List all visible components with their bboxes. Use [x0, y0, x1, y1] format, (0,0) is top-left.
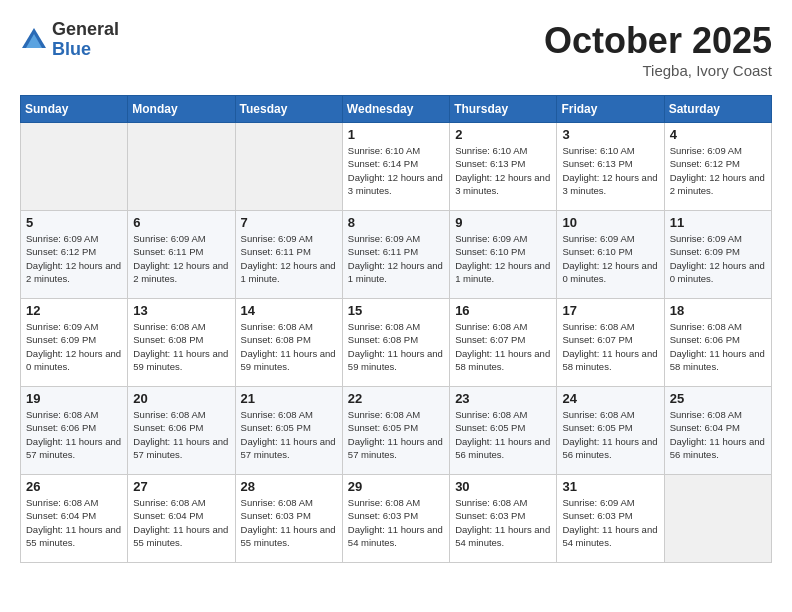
calendar-cell: 3Sunrise: 6:10 AM Sunset: 6:13 PM Daylig… [557, 123, 664, 211]
day-number: 26 [26, 479, 122, 494]
column-header-tuesday: Tuesday [235, 96, 342, 123]
calendar-cell: 18Sunrise: 6:08 AM Sunset: 6:06 PM Dayli… [664, 299, 771, 387]
day-number: 20 [133, 391, 229, 406]
calendar-cell [664, 475, 771, 563]
calendar-cell: 28Sunrise: 6:08 AM Sunset: 6:03 PM Dayli… [235, 475, 342, 563]
day-info: Sunrise: 6:08 AM Sunset: 6:07 PM Dayligh… [562, 320, 658, 373]
calendar-cell: 8Sunrise: 6:09 AM Sunset: 6:11 PM Daylig… [342, 211, 449, 299]
day-number: 11 [670, 215, 766, 230]
column-header-monday: Monday [128, 96, 235, 123]
day-number: 5 [26, 215, 122, 230]
day-info: Sunrise: 6:08 AM Sunset: 6:03 PM Dayligh… [455, 496, 551, 549]
calendar-week-row: 19Sunrise: 6:08 AM Sunset: 6:06 PM Dayli… [21, 387, 772, 475]
day-number: 6 [133, 215, 229, 230]
calendar-cell: 27Sunrise: 6:08 AM Sunset: 6:04 PM Dayli… [128, 475, 235, 563]
calendar-cell: 13Sunrise: 6:08 AM Sunset: 6:08 PM Dayli… [128, 299, 235, 387]
calendar-cell: 25Sunrise: 6:08 AM Sunset: 6:04 PM Dayli… [664, 387, 771, 475]
day-number: 31 [562, 479, 658, 494]
day-number: 12 [26, 303, 122, 318]
logo-blue-text: Blue [52, 40, 119, 60]
calendar-cell: 11Sunrise: 6:09 AM Sunset: 6:09 PM Dayli… [664, 211, 771, 299]
calendar-cell: 2Sunrise: 6:10 AM Sunset: 6:13 PM Daylig… [450, 123, 557, 211]
calendar-cell [21, 123, 128, 211]
calendar-cell: 26Sunrise: 6:08 AM Sunset: 6:04 PM Dayli… [21, 475, 128, 563]
logo: General Blue [20, 20, 119, 60]
day-number: 3 [562, 127, 658, 142]
day-info: Sunrise: 6:09 AM Sunset: 6:11 PM Dayligh… [241, 232, 337, 285]
day-info: Sunrise: 6:08 AM Sunset: 6:04 PM Dayligh… [26, 496, 122, 549]
day-info: Sunrise: 6:09 AM Sunset: 6:12 PM Dayligh… [670, 144, 766, 197]
day-number: 14 [241, 303, 337, 318]
calendar-week-row: 1Sunrise: 6:10 AM Sunset: 6:14 PM Daylig… [21, 123, 772, 211]
day-number: 29 [348, 479, 444, 494]
day-number: 24 [562, 391, 658, 406]
day-number: 27 [133, 479, 229, 494]
day-number: 9 [455, 215, 551, 230]
calendar-header-row: SundayMondayTuesdayWednesdayThursdayFrid… [21, 96, 772, 123]
day-number: 30 [455, 479, 551, 494]
calendar-cell: 9Sunrise: 6:09 AM Sunset: 6:10 PM Daylig… [450, 211, 557, 299]
calendar-cell: 22Sunrise: 6:08 AM Sunset: 6:05 PM Dayli… [342, 387, 449, 475]
day-info: Sunrise: 6:09 AM Sunset: 6:09 PM Dayligh… [26, 320, 122, 373]
day-info: Sunrise: 6:08 AM Sunset: 6:08 PM Dayligh… [133, 320, 229, 373]
day-number: 8 [348, 215, 444, 230]
month-title: October 2025 [544, 20, 772, 62]
day-number: 25 [670, 391, 766, 406]
day-number: 28 [241, 479, 337, 494]
column-header-thursday: Thursday [450, 96, 557, 123]
calendar-cell: 30Sunrise: 6:08 AM Sunset: 6:03 PM Dayli… [450, 475, 557, 563]
calendar-cell: 14Sunrise: 6:08 AM Sunset: 6:08 PM Dayli… [235, 299, 342, 387]
column-header-wednesday: Wednesday [342, 96, 449, 123]
day-info: Sunrise: 6:08 AM Sunset: 6:03 PM Dayligh… [241, 496, 337, 549]
calendar-cell: 20Sunrise: 6:08 AM Sunset: 6:06 PM Dayli… [128, 387, 235, 475]
calendar-cell: 31Sunrise: 6:09 AM Sunset: 6:03 PM Dayli… [557, 475, 664, 563]
logo-icon [20, 26, 48, 54]
day-info: Sunrise: 6:08 AM Sunset: 6:04 PM Dayligh… [133, 496, 229, 549]
column-header-friday: Friday [557, 96, 664, 123]
day-info: Sunrise: 6:08 AM Sunset: 6:06 PM Dayligh… [26, 408, 122, 461]
calendar-cell: 19Sunrise: 6:08 AM Sunset: 6:06 PM Dayli… [21, 387, 128, 475]
day-info: Sunrise: 6:08 AM Sunset: 6:04 PM Dayligh… [670, 408, 766, 461]
day-info: Sunrise: 6:08 AM Sunset: 6:06 PM Dayligh… [133, 408, 229, 461]
day-info: Sunrise: 6:09 AM Sunset: 6:11 PM Dayligh… [133, 232, 229, 285]
day-info: Sunrise: 6:10 AM Sunset: 6:14 PM Dayligh… [348, 144, 444, 197]
day-number: 19 [26, 391, 122, 406]
day-number: 23 [455, 391, 551, 406]
day-info: Sunrise: 6:08 AM Sunset: 6:08 PM Dayligh… [241, 320, 337, 373]
day-number: 4 [670, 127, 766, 142]
page-header: General Blue October 2025 Tiegba, Ivory … [20, 20, 772, 79]
calendar-cell: 29Sunrise: 6:08 AM Sunset: 6:03 PM Dayli… [342, 475, 449, 563]
day-info: Sunrise: 6:08 AM Sunset: 6:05 PM Dayligh… [455, 408, 551, 461]
day-number: 15 [348, 303, 444, 318]
day-info: Sunrise: 6:09 AM Sunset: 6:03 PM Dayligh… [562, 496, 658, 549]
day-number: 10 [562, 215, 658, 230]
day-info: Sunrise: 6:08 AM Sunset: 6:06 PM Dayligh… [670, 320, 766, 373]
day-info: Sunrise: 6:08 AM Sunset: 6:03 PM Dayligh… [348, 496, 444, 549]
calendar-cell: 4Sunrise: 6:09 AM Sunset: 6:12 PM Daylig… [664, 123, 771, 211]
day-number: 2 [455, 127, 551, 142]
day-info: Sunrise: 6:10 AM Sunset: 6:13 PM Dayligh… [562, 144, 658, 197]
day-info: Sunrise: 6:08 AM Sunset: 6:08 PM Dayligh… [348, 320, 444, 373]
calendar-week-row: 5Sunrise: 6:09 AM Sunset: 6:12 PM Daylig… [21, 211, 772, 299]
day-info: Sunrise: 6:08 AM Sunset: 6:07 PM Dayligh… [455, 320, 551, 373]
day-info: Sunrise: 6:09 AM Sunset: 6:10 PM Dayligh… [455, 232, 551, 285]
day-info: Sunrise: 6:08 AM Sunset: 6:05 PM Dayligh… [241, 408, 337, 461]
day-number: 7 [241, 215, 337, 230]
calendar-cell: 10Sunrise: 6:09 AM Sunset: 6:10 PM Dayli… [557, 211, 664, 299]
calendar-cell: 24Sunrise: 6:08 AM Sunset: 6:05 PM Dayli… [557, 387, 664, 475]
calendar-cell [235, 123, 342, 211]
calendar-cell: 5Sunrise: 6:09 AM Sunset: 6:12 PM Daylig… [21, 211, 128, 299]
logo-general-text: General [52, 20, 119, 40]
calendar-cell: 7Sunrise: 6:09 AM Sunset: 6:11 PM Daylig… [235, 211, 342, 299]
day-number: 22 [348, 391, 444, 406]
day-number: 1 [348, 127, 444, 142]
title-block: October 2025 Tiegba, Ivory Coast [544, 20, 772, 79]
day-info: Sunrise: 6:09 AM Sunset: 6:10 PM Dayligh… [562, 232, 658, 285]
day-number: 16 [455, 303, 551, 318]
calendar-cell: 1Sunrise: 6:10 AM Sunset: 6:14 PM Daylig… [342, 123, 449, 211]
calendar-cell: 16Sunrise: 6:08 AM Sunset: 6:07 PM Dayli… [450, 299, 557, 387]
calendar-week-row: 26Sunrise: 6:08 AM Sunset: 6:04 PM Dayli… [21, 475, 772, 563]
day-info: Sunrise: 6:10 AM Sunset: 6:13 PM Dayligh… [455, 144, 551, 197]
day-number: 18 [670, 303, 766, 318]
day-info: Sunrise: 6:09 AM Sunset: 6:11 PM Dayligh… [348, 232, 444, 285]
